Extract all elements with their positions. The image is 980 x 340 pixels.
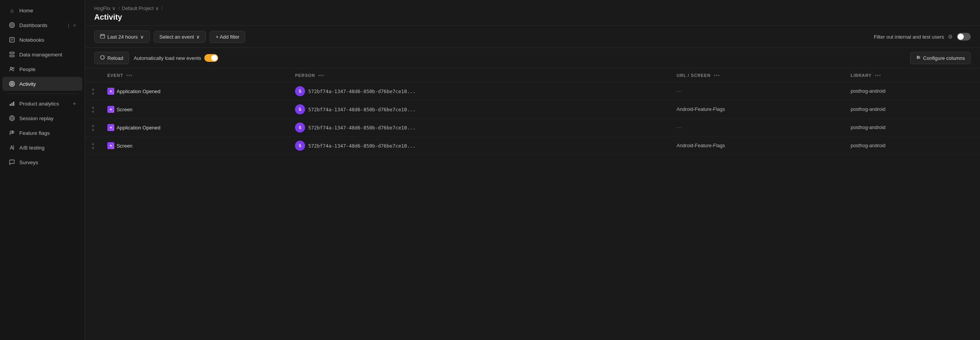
add-filter-label: + Add filter bbox=[215, 34, 239, 40]
col-url-more-button[interactable]: ••• bbox=[713, 72, 721, 78]
row-url-value: — bbox=[677, 125, 682, 130]
table-row[interactable]: ▲▼ bbox=[85, 119, 980, 137]
add-filter-button[interactable]: + Add filter bbox=[210, 31, 245, 43]
sidebar-item-dashboards[interactable]: Dashboards | ∨ bbox=[2, 18, 82, 32]
page-title: Activity bbox=[94, 13, 971, 22]
row-expand-cell: ▲▼ bbox=[85, 137, 101, 155]
breadcrumb-hogflix[interactable]: HogFlix ∨ bbox=[94, 5, 116, 11]
svg-rect-2 bbox=[10, 37, 14, 42]
session-replay-icon bbox=[8, 115, 15, 122]
row-library-value: posthog-android bbox=[851, 125, 885, 130]
row-library-value: posthog-android bbox=[851, 107, 885, 112]
people-icon bbox=[8, 66, 15, 73]
row-expand-button[interactable]: ▲▼ bbox=[91, 123, 95, 132]
configure-columns-icon bbox=[916, 55, 921, 61]
auto-load-label: Automatically load new events bbox=[134, 55, 201, 61]
events-table: EVENT ••• PERSON ••• URL / SCREEN bbox=[85, 68, 980, 155]
col-person-label: PERSON bbox=[295, 73, 315, 78]
row-url-value: Android-Feature-Flags bbox=[677, 143, 725, 148]
col-event: EVENT ••• bbox=[101, 68, 289, 82]
filter-internal-wrap: Filter out internal and test users ⚙ bbox=[874, 33, 971, 41]
row-person-cell: 5 572bf74a-1347-48d6-850b-d76be7ce10... bbox=[289, 119, 670, 137]
data-management-icon bbox=[8, 51, 15, 58]
person-avatar: 5 bbox=[295, 141, 305, 151]
event-filter-button[interactable]: Select an event ∨ bbox=[154, 31, 206, 43]
reload-label: Reload bbox=[107, 55, 123, 61]
event-type-icon bbox=[107, 88, 114, 95]
add-product-analytics-icon[interactable]: + bbox=[73, 100, 76, 107]
row-expand-button[interactable]: ▲▼ bbox=[91, 141, 95, 150]
table-header-row: EVENT ••• PERSON ••• URL / SCREEN bbox=[85, 68, 980, 82]
sidebar-label-surveys: Surveys bbox=[19, 160, 76, 165]
home-icon: ⌂ bbox=[8, 7, 15, 14]
row-expand-cell: ▲▼ bbox=[85, 100, 101, 119]
time-filter-button[interactable]: Last 24 hours ∨ bbox=[94, 31, 150, 43]
row-event-cell: Application Opened bbox=[101, 82, 289, 100]
row-event-cell: Application Opened bbox=[101, 119, 289, 137]
sidebar-label-product-analytics: Product analytics bbox=[19, 101, 69, 107]
row-url-cell: Android-Feature-Flags bbox=[670, 100, 844, 119]
event-filter-label: Select an event bbox=[159, 34, 194, 40]
sidebar-item-feature-flags[interactable]: Feature flags bbox=[2, 126, 82, 140]
sidebar-item-people[interactable]: People bbox=[2, 62, 82, 76]
table-row[interactable]: ▲▼ bbox=[85, 137, 980, 155]
breadcrumb-project[interactable]: Default Project ∨ bbox=[122, 5, 159, 11]
breadcrumb-hogflix-label: HogFlix bbox=[94, 6, 110, 11]
svg-rect-12 bbox=[10, 104, 11, 106]
table-body: ▲▼ bbox=[85, 82, 980, 155]
svg-rect-21 bbox=[100, 34, 105, 38]
person-avatar: 5 bbox=[295, 86, 305, 96]
sidebar-label-people: People bbox=[19, 66, 76, 72]
svg-point-17 bbox=[12, 118, 13, 119]
sidebar-item-product-analytics[interactable]: Product analytics + bbox=[2, 97, 82, 110]
auto-load-toggle[interactable] bbox=[204, 54, 218, 62]
sidebar-item-home[interactable]: ⌂ Home bbox=[2, 3, 82, 17]
sidebar-item-surveys[interactable]: Surveys bbox=[2, 155, 82, 169]
svg-rect-14 bbox=[13, 102, 14, 106]
svg-point-7 bbox=[10, 67, 12, 69]
row-event-cell: Screen bbox=[101, 137, 289, 155]
col-library-more-button[interactable]: ••• bbox=[874, 72, 882, 78]
col-event-more-button[interactable]: ••• bbox=[125, 72, 133, 78]
feature-flags-icon bbox=[8, 129, 15, 136]
event-type-icon bbox=[107, 142, 114, 149]
person-id: 572bf74a-1347-48d6-850b-d76be7ce10... bbox=[308, 88, 415, 94]
filter-internal-gear-button[interactable]: ⚙ bbox=[947, 33, 954, 41]
row-expand-button[interactable]: ▲▼ bbox=[91, 87, 95, 96]
sidebar-item-session-replay[interactable]: Session replay bbox=[2, 111, 82, 125]
row-library-cell: posthog-android bbox=[844, 82, 980, 100]
row-event-cell: Screen bbox=[101, 100, 289, 119]
sidebar-item-ab-testing[interactable]: A/B testing bbox=[2, 141, 82, 155]
sidebar-label-feature-flags: Feature flags bbox=[19, 130, 76, 136]
col-person-more-button[interactable]: ••• bbox=[317, 72, 325, 78]
col-event-label: EVENT bbox=[107, 73, 123, 78]
row-url-cell: — bbox=[670, 82, 844, 100]
breadcrumb-chevron-2: ∨ bbox=[155, 5, 159, 11]
sidebar: ⌂ Home Dashboards | ∨ Notebooks bbox=[0, 0, 85, 340]
configure-columns-button[interactable]: Configure columns bbox=[910, 52, 971, 64]
sidebar-item-notebooks[interactable]: Notebooks bbox=[2, 33, 82, 47]
sidebar-item-data-management[interactable]: Data management bbox=[2, 48, 82, 61]
row-expand-button[interactable]: ▲▼ bbox=[91, 105, 95, 114]
svg-point-1 bbox=[11, 24, 13, 26]
filter-internal-toggle[interactable] bbox=[957, 33, 971, 41]
row-event-name: Application Opened bbox=[117, 125, 160, 131]
svg-rect-6 bbox=[10, 55, 14, 57]
reload-icon bbox=[100, 55, 105, 61]
sidebar-label-dashboards: Dashboards bbox=[19, 22, 64, 28]
time-filter-chevron-icon: ∨ bbox=[140, 34, 144, 40]
breadcrumb-sep-1: / bbox=[118, 6, 119, 11]
person-id: 572bf74a-1347-48d6-850b-d76be7ce10... bbox=[308, 107, 415, 112]
auto-load-toggle-thumb bbox=[211, 55, 217, 61]
event-filter-chevron-icon: ∨ bbox=[196, 34, 200, 40]
table-row[interactable]: ▲▼ bbox=[85, 100, 980, 119]
breadcrumb-chevron-1: ∨ bbox=[112, 5, 116, 11]
table-row[interactable]: ▲▼ bbox=[85, 82, 980, 100]
reload-button[interactable]: Reload bbox=[94, 52, 129, 64]
sidebar-label-home: Home bbox=[19, 8, 76, 14]
row-url-value: — bbox=[677, 88, 682, 94]
row-library-cell: posthog-android bbox=[844, 100, 980, 119]
row-library-value: posthog-android bbox=[851, 88, 885, 94]
svg-point-8 bbox=[13, 68, 14, 69]
sidebar-item-activity[interactable]: Activity bbox=[2, 77, 82, 91]
